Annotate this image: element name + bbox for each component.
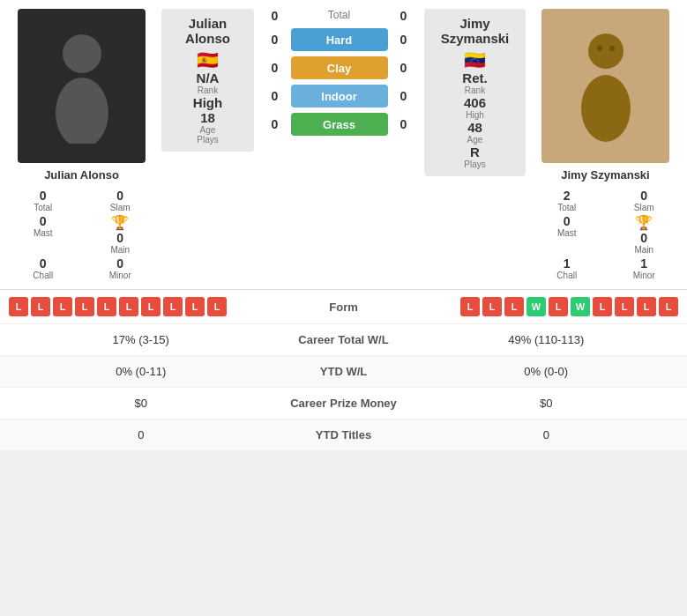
grass-button[interactable]: Grass (291, 113, 388, 136)
right-flag: 🇻🇪 (464, 49, 486, 71)
right-mast-stat: 0 Mast (533, 214, 601, 255)
right-form-badge-9: L (659, 297, 678, 316)
right-form-badges: LLLWLWLLLL (388, 297, 679, 316)
clay-button[interactable]: Clay (291, 56, 388, 79)
left-clay-score: 0 (266, 61, 284, 75)
right-player-photo (541, 9, 669, 163)
stats-row-2: $0 Career Prize Money $0 (0, 387, 687, 419)
left-age-value: 18 (200, 110, 216, 125)
left-mast-label: Mast (34, 228, 53, 238)
right-form-badge-1: L (482, 297, 502, 316)
left-total-score: 0 (266, 9, 284, 23)
right-player-card: Jimy Szymanski 2 Total 0 Slam 0 Mast 🏆 0 (533, 9, 678, 280)
right-total-score: 0 (395, 9, 413, 23)
left-middle-panel: Julian Alonso 🇪🇸 N/A Rank High 18 Age Pl… (161, 9, 254, 152)
right-form-badge-8: L (637, 297, 656, 316)
left-header-first: Julian (189, 16, 227, 31)
left-slam-value: 0 (116, 189, 123, 203)
left-form-badge-5: L (119, 297, 138, 316)
left-grass-score: 0 (266, 117, 284, 131)
svg-point-2 (588, 33, 624, 69)
right-form-badge-4: L (549, 297, 568, 316)
right-form-badge-7: L (615, 297, 634, 316)
left-form-badge-8: L (185, 297, 205, 316)
right-chall-value: 1 (564, 256, 571, 271)
right-plays-value: R (464, 145, 485, 160)
stats-right-1: 0% (0-0) (414, 365, 679, 378)
hard-button[interactable]: Hard (291, 28, 388, 51)
left-form-badge-1: L (31, 297, 50, 316)
left-chall-stat: 0 Chall (9, 256, 78, 280)
left-form-badge-4: L (97, 297, 116, 316)
left-main-label: Main (110, 245, 130, 255)
right-rank-value: Ret. (462, 71, 487, 85)
right-chall-stat: 1 Chall (533, 256, 601, 280)
right-minor-value: 1 (640, 256, 647, 271)
right-mast-value: 0 (564, 214, 571, 228)
right-main-value: 0 (640, 231, 647, 245)
svg-point-4 (597, 46, 602, 51)
left-age-item: 18 Age (200, 110, 216, 135)
stats-row-0: 17% (3-15) Career Total W/L 49% (110-113… (0, 323, 687, 355)
left-total-stat: 0 Total (9, 189, 78, 212)
stats-left-0: 17% (3-15) (9, 333, 273, 346)
stats-row-3: 0 YTD Titles 0 (0, 419, 687, 450)
right-grass-score: 0 (395, 117, 413, 131)
right-age-value: 48 (467, 120, 483, 135)
right-slam-value: 0 (640, 189, 647, 203)
left-total-label: Total (34, 203, 52, 212)
left-rank-label: Rank (197, 85, 220, 95)
left-player-stats: 0 Total 0 Slam 0 Mast 🏆 0 Main 0 (9, 189, 154, 280)
hard-row: 0 Hard 0 (265, 28, 413, 51)
right-rank-label: Rank (462, 85, 487, 95)
stats-label-2: Career Prize Money (273, 397, 414, 410)
left-player-header-area: Julian Alonso 🇪🇸 (160, 16, 257, 71)
left-main-value: 0 (116, 231, 123, 245)
left-chall-label: Chall (33, 271, 53, 280)
right-middle-panel: Jimy Szymanski 🇻🇪 Ret. Rank 406 High 48 … (424, 9, 526, 176)
right-trophy-icon: 🏆 (635, 214, 653, 231)
right-chall-label: Chall (556, 271, 577, 280)
stats-right-3: 0 (414, 428, 679, 442)
grass-row: 0 Grass 0 (265, 113, 413, 136)
left-mast-value: 0 (40, 214, 47, 228)
stats-left-2: $0 (9, 397, 273, 410)
form-label: Form (300, 301, 388, 314)
career-stats-container: 17% (3-15) Career Total W/L 49% (110-113… (0, 323, 687, 450)
left-player-name: Julian Alonso (44, 168, 119, 182)
stats-label-3: YTD Titles (273, 428, 414, 442)
stats-label-1: YTD W/L (273, 365, 414, 378)
right-minor-label: Minor (633, 271, 655, 280)
right-form-badge-2: L (504, 297, 524, 316)
right-high-label: High (464, 110, 486, 120)
left-minor-label: Minor (109, 271, 131, 280)
left-trophy: 🏆 0 Main (86, 214, 155, 255)
left-total-value: 0 (40, 189, 47, 203)
left-form-badges: LLLLLLLLLL (9, 297, 300, 316)
left-plays-value: High (193, 95, 222, 110)
total-label-area: Total (291, 9, 388, 23)
left-rank-item: N/A Rank (197, 71, 220, 95)
left-mast-stat: 0 Mast (9, 214, 78, 255)
left-plays-label-item: Plays (197, 135, 218, 145)
left-chall-value: 0 (40, 256, 47, 271)
left-minor-value: 0 (116, 256, 123, 271)
stats-row-1: 0% (0-11) YTD W/L 0% (0-0) (0, 355, 687, 387)
indoor-button[interactable]: Indoor (291, 85, 388, 108)
right-plays-item: R Plays (464, 145, 485, 169)
surface-section: 0 Total 0 0 Hard 0 0 Clay 0 0 Indoor (261, 9, 417, 136)
left-slam-label: Slam (110, 203, 131, 212)
stats-right-0: 49% (110-113) (414, 333, 679, 346)
right-header-last: Szymanski (441, 31, 510, 46)
main-container: Julian Alonso 0 Total 0 Slam 0 Mast 🏆 0 (0, 0, 687, 450)
right-player-silhouette (566, 29, 646, 144)
left-player-header-name: Julian Alonso (185, 16, 230, 46)
left-form-badge-3: L (75, 297, 94, 316)
left-plays-item: High (193, 95, 222, 110)
svg-point-3 (581, 75, 631, 142)
left-player-silhouette (42, 29, 122, 144)
left-age-label: Age (200, 125, 216, 135)
right-high-item: 406 High (464, 95, 486, 120)
left-flag: 🇪🇸 (197, 49, 219, 71)
right-form-badge-5: W (571, 297, 590, 316)
